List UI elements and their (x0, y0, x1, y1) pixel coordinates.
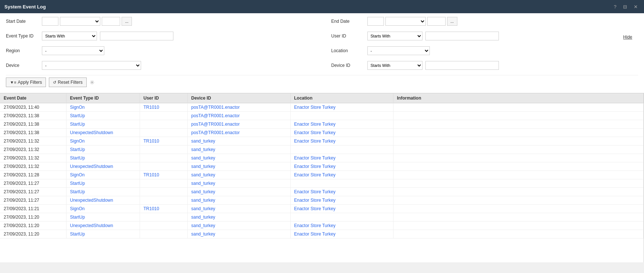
cell-deviceId: sand_turkey (187, 196, 290, 205)
event-type-condition-select[interactable]: Starts With Contains Equals Ends With (42, 32, 97, 40)
col-event-type-id: Event Type ID (66, 93, 140, 103)
cell-deviceId: posTA@TR0001.enactor (187, 112, 290, 120)
device-id-row: Device ID Starts With Contains Equals En… (331, 61, 638, 70)
device-id-condition-select[interactable]: Starts With Contains Equals Ends With (367, 61, 422, 70)
cell-deviceId: posTA@TR0001.enactor (187, 103, 290, 112)
table-row[interactable]: 27/09/2023, 11:32StartUpsand_turkey (0, 146, 644, 154)
action-bar: ▼≡ Apply Filters ↺ Reset Filters ✳ (6, 75, 638, 89)
table-row[interactable]: 27/09/2023, 11:21SignOnTR1010sand_turkey… (0, 205, 644, 213)
cell-eventType: StartUp (66, 213, 140, 222)
region-select[interactable]: - (42, 46, 104, 55)
loading-spinner: ✳ (90, 79, 94, 86)
table-row[interactable]: 27/09/2023, 11:38StartUpposTA@TR0001.ena… (0, 112, 644, 120)
cell-date: 27/09/2023, 11:20 (0, 213, 66, 222)
device-select[interactable]: - (42, 61, 141, 70)
cell-info (393, 171, 644, 179)
cell-date: 27/09/2023, 11:20 (0, 222, 66, 230)
event-type-label: Event Type ID (6, 33, 39, 39)
cell-eventType: SignOn (66, 171, 140, 179)
col-user-id: User ID (140, 93, 187, 103)
cell-eventType: StartUp (66, 188, 140, 196)
table-row[interactable]: 27/09/2023, 11:32StartUpsand_turkeyEnact… (0, 154, 644, 162)
end-date-group: JanFebMar AprMayJun JulAugSep OctNovDec … (367, 17, 457, 26)
minimize-button[interactable]: ⊟ (621, 3, 629, 10)
start-date-picker-button[interactable]: ... (122, 17, 132, 26)
user-id-value-input[interactable] (425, 32, 499, 40)
cell-userId (140, 230, 187, 238)
cell-deviceId: sand_turkey (187, 205, 290, 213)
cell-eventType: StartUp (66, 120, 140, 129)
cell-location: Enactor Store Turkey (290, 137, 393, 146)
cell-location: Enactor Store Turkey (290, 196, 393, 205)
table-row[interactable]: 27/09/2023, 11:38StartUpposTA@TR0001.ena… (0, 120, 644, 129)
start-date-day-input[interactable] (42, 17, 58, 26)
end-date-row: End Date JanFebMar AprMayJun JulAugSep O… (331, 17, 638, 26)
cell-eventType: UnexpectedShutdown (66, 129, 140, 137)
table-row[interactable]: 27/09/2023, 11:20StartUpsand_turkey (0, 213, 644, 222)
cell-eventType: StartUp (66, 154, 140, 162)
main-content: Hide Start Date JanFebMar AprMayJun JulA… (0, 13, 644, 262)
cell-deviceId: sand_turkey (187, 171, 290, 179)
table-row[interactable]: 27/09/2023, 11:27StartUpsand_turkey (0, 179, 644, 188)
event-type-value-input[interactable] (100, 32, 173, 40)
table-row[interactable]: 27/09/2023, 11:20UnexpectedShutdownsand_… (0, 222, 644, 230)
location-row: Location - (331, 46, 638, 55)
end-date-month-select[interactable]: JanFebMar AprMayJun JulAugSep OctNovDec (385, 17, 426, 26)
cell-eventType: SignOn (66, 137, 140, 146)
cell-userId (140, 196, 187, 205)
hide-link[interactable]: Hide (623, 35, 632, 40)
event-log-table-container[interactable]: Event Date Event Type ID User ID Device … (0, 93, 644, 262)
cell-date: 27/09/2023, 11:21 (0, 205, 66, 213)
col-event-date: Event Date (0, 93, 66, 103)
cell-date: 27/09/2023, 11:32 (0, 137, 66, 146)
reset-filters-button[interactable]: ↺ Reset Filters (49, 78, 86, 87)
cell-location: Enactor Store Turkey (290, 120, 393, 129)
cell-info (393, 146, 644, 154)
cell-deviceId: posTA@TR0001.enactor (187, 120, 290, 129)
cell-userId (140, 179, 187, 188)
cell-location: Enactor Store Turkey (290, 171, 393, 179)
cell-userId (140, 154, 187, 162)
table-row[interactable]: 27/09/2023, 11:40SignOnTR1010posTA@TR000… (0, 103, 644, 112)
table-row[interactable]: 27/09/2023, 11:27StartUpsand_turkeyEnact… (0, 188, 644, 196)
cell-eventType: SignOn (66, 205, 140, 213)
cell-userId: TR1010 (140, 103, 187, 112)
cell-deviceId: sand_turkey (187, 154, 290, 162)
close-button[interactable]: ✕ (632, 3, 640, 10)
table-body: 27/09/2023, 11:40SignOnTR1010posTA@TR000… (0, 103, 644, 238)
cell-location: Enactor Store Turkey (290, 230, 393, 238)
cell-location: Enactor Store Turkey (290, 222, 393, 230)
table-row[interactable]: 27/09/2023, 11:27UnexpectedShutdownsand_… (0, 196, 644, 205)
start-date-year-input[interactable] (102, 17, 120, 26)
cell-info (393, 188, 644, 196)
cell-location (290, 179, 393, 188)
help-button[interactable]: ? (612, 3, 618, 10)
cell-info (393, 162, 644, 171)
title-bar: System Event Log ? ⊟ ✕ (0, 0, 644, 13)
table-row[interactable]: 27/09/2023, 11:32UnexpectedShutdownsand_… (0, 162, 644, 171)
end-date-year-input[interactable] (427, 17, 446, 26)
user-id-condition-select[interactable]: Starts With Contains Equals Ends With (367, 32, 422, 40)
cell-eventType: UnexpectedShutdown (66, 196, 140, 205)
table-row[interactable]: 27/09/2023, 11:32SignOnTR1010sand_turkey… (0, 137, 644, 146)
end-date-label: End Date (331, 19, 364, 24)
device-id-value-input[interactable] (425, 61, 499, 70)
table-row[interactable]: 27/09/2023, 11:20StartUpsand_turkeyEnact… (0, 230, 644, 238)
cell-deviceId: sand_turkey (187, 146, 290, 154)
cell-location: Enactor Store Turkey (290, 129, 393, 137)
start-date-month-select[interactable]: JanFebMar AprMayJun JulAugSep OctNovDec (60, 17, 100, 26)
end-date-day-input[interactable] (367, 17, 384, 26)
cell-date: 27/09/2023, 11:40 (0, 103, 66, 112)
location-select[interactable]: - (367, 46, 430, 55)
cell-info (393, 179, 644, 188)
apply-filters-button[interactable]: ▼≡ Apply Filters (6, 78, 46, 87)
col-location: Location (290, 93, 393, 103)
cell-info (393, 230, 644, 238)
cell-info (393, 129, 644, 137)
end-date-picker-button[interactable]: ... (447, 17, 457, 26)
table-row[interactable]: 27/09/2023, 11:38UnexpectedShutdownposTA… (0, 129, 644, 137)
table-row[interactable]: 27/09/2023, 11:28SignOnTR1010sand_turkey… (0, 171, 644, 179)
cell-userId: TR1010 (140, 137, 187, 146)
table-header-row: Event Date Event Type ID User ID Device … (0, 93, 644, 103)
col-information: Information (393, 93, 644, 103)
